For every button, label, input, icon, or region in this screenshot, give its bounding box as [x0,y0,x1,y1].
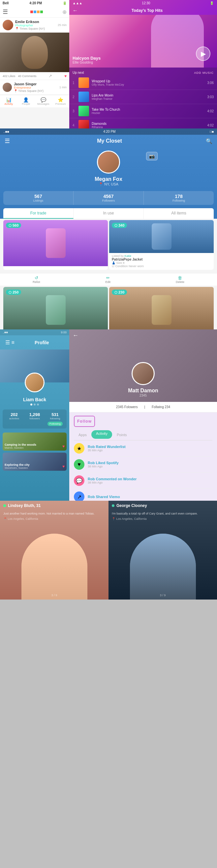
queue-artist-2: Meghan Trainor [92,97,205,100]
menu-icon[interactable]: ☰ [3,8,8,16]
delete-button[interactable]: 🗑 Delete [176,275,184,284]
nav-messages[interactable]: 💬 Messages [35,95,52,107]
closet-stat-listings: 567 Listings [3,191,74,205]
queue-item-1[interactable]: 1 Wrapped Up Olly Murs, Travie McCoy 3:0… [69,76,217,90]
closet-item-1[interactable]: 560 [3,220,108,270]
user-card-emlie[interactable]: Emlie Erikson Photographer 📍 Times Squar… [0,18,69,33]
logo-green [40,10,43,13]
queue-item-3[interactable]: 3 Take Me To Church Hozier 4:02 [69,104,217,118]
share-icon[interactable]: ↗ [49,73,52,79]
closet-header: ☰ My Closet 🔍 [0,135,217,147]
tab-points[interactable]: Points [112,430,132,440]
closet-search-icon[interactable]: 🔍 [206,138,212,144]
followers-label-left: followers [24,417,45,420]
dot-1 [30,404,32,405]
activity-text-2: Rob Liked Spotify [88,461,212,465]
post-camping[interactable]: Camping in the woods Malmö, Sweden ♥ [3,433,66,451]
profile-left-header: ☰ ≡ Profile [0,335,69,349]
messages-icon: 💬 [35,97,52,102]
queue-duration-2: 3:03 [208,95,214,99]
queue-item-2[interactable]: 2 Lips Are Movin Meghan Trainor 3:03 [69,90,217,104]
tab-activity[interactable]: Activity [91,430,112,439]
photo-face [0,33,69,72]
tab-all-items[interactable]: All items [144,208,214,219]
social-time-label: 4:20 PM [29,1,42,5]
post-city[interactable]: Exploring the city Stockholm, Sweden ♥ [3,453,66,471]
add-music-button[interactable]: ADD MUSIC [194,71,214,74]
user-role-emlie: Photographer [15,24,56,27]
delete-icon: 🗑 [176,275,184,280]
stat-following: 531 following Following [45,412,65,426]
profile-title: Profile [17,340,66,345]
avatar-matt-damon [132,362,155,385]
profile-right-back-button[interactable]: ← [73,332,79,339]
closet-item-4[interactable]: 230 [109,287,214,333]
follow-button[interactable]: Follow [74,416,95,427]
queue-meta-1: Wrapped Up Olly Murs, Travie McCoy [92,80,205,86]
closet-tabs: For trade In use All items [3,208,214,219]
queue-thumb-2 [79,92,89,102]
price-badge-1: 560 [6,223,21,228]
camera-button[interactable]: 📷 [146,152,158,160]
closet-profile: Megan Fox 📍 NY, USA 📷 [0,147,217,191]
following-count-left: 531 [45,412,65,417]
logo-blue [34,10,36,13]
tab-in-use[interactable]: In use [74,208,144,219]
post-text-camping: Camping in the woods Malmö, Sweden [5,443,36,449]
post-text-city: Exploring the city Stockholm, Sweden [5,463,30,469]
tab-for-trade[interactable]: For trade [3,208,74,219]
dating-header-lindsey: Lindsey Bluth, 31 [3,503,105,508]
item-thumbnail-4 [152,295,171,325]
nav-activity[interactable]: 📊 Activity [0,95,18,107]
dating-location-lindsey: 📍 Los Angeles, California [3,517,105,521]
closet-status-bar: ..■■ 4:20 PM □■ [0,128,217,135]
profile-menu-button[interactable]: ☰ ≡ [3,337,17,347]
activities-count: 202 [4,412,24,417]
price-badge-2: 340 [112,223,127,228]
closet-item-3[interactable]: 250 [3,287,108,333]
profile-left-panel: ..■■ 9:00 ☰ ≡ Profile Liam Back [0,330,69,505]
like-heart-icon: ♥ [78,462,81,467]
dating-card-george[interactable]: George Clooney I'm basically a total rip… [109,501,217,599]
closet-item-2[interactable]: 340 Listed by Katie PatriziaPepe Jacket … [109,220,214,270]
music-info: Halcyon Days Ellie Goulding [73,56,101,64]
queue-duration-4: 4:02 [208,124,214,127]
dating-header-george: George Clooney [112,503,214,508]
user-card-jason[interactable]: Jason Singer Entrepreneur 📍 Times Square… [0,80,69,95]
back-button[interactable]: ← [73,7,78,13]
heart-icon[interactable]: ♥ [64,74,66,79]
post-heart-2[interactable]: ♥ [62,464,65,469]
item-size-2: 👗 Size 8 [112,261,211,265]
play-button[interactable]: ▶ [196,46,210,61]
dating-face-lindsey [22,534,87,599]
closet-stat-followers: 4567 Followers [74,191,144,205]
edit-button[interactable]: ✏ Edit [105,275,110,284]
price-badge-3: 250 [6,289,21,295]
profile-name-section: Liam Back [0,394,69,408]
queue-num-1: 1 [73,81,76,85]
profiles-section: ..■■ 9:00 ☰ ≡ Profile Liam Back [0,330,217,505]
add-icon[interactable]: ⊕ [62,9,66,15]
activity-item-1: ★ Rob Rated Wunderlist 35 Min Ago [74,440,212,457]
closet-title: My Closet [13,138,206,144]
queue-thumb-3 [79,106,89,116]
comments-count: 40 Comments [18,74,36,78]
nav-people[interactable]: 👤 People [18,95,35,107]
profile-indicator-dots [3,404,66,405]
dating-card-lindsey[interactable]: Lindsey Bluth, 31 Just another hard work… [0,501,109,599]
queue-num-3: 3 [73,110,76,113]
people-icon: 👤 [18,97,35,102]
activity-list: ★ Rob Rated Wunderlist 35 Min Ago ♥ [69,440,217,505]
tab-apps[interactable]: Apps [74,430,91,440]
activity-text-1: Rob Rated Wunderlist [88,445,212,449]
app-logo [30,10,43,13]
closet-menu-icon[interactable]: ☰ [5,137,10,145]
post-heart-1[interactable]: ♥ [62,444,65,449]
hero-face-shape [151,15,204,67]
listed-by: Listed by Katie [112,254,211,257]
nav-premium[interactable]: ⭐ Premium [52,95,70,107]
post-time-jason: 1 min [59,86,66,89]
battery-icon: 🔋 [63,1,66,5]
profile-avatar-liam [25,373,45,392]
relist-button[interactable]: ↺ Relist [33,275,40,284]
